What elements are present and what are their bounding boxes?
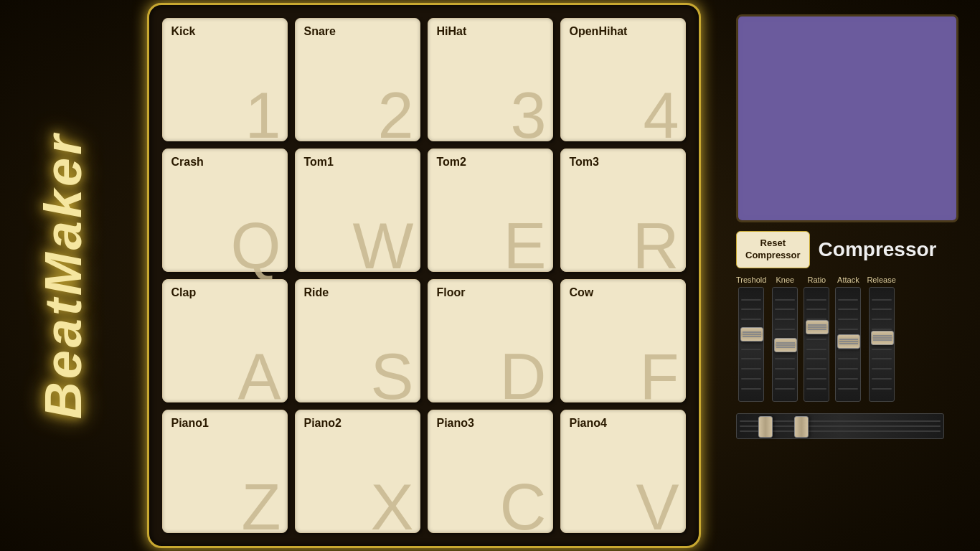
- slider-line-tick: [838, 378, 858, 380]
- slider-line-tick: [741, 299, 761, 301]
- reset-compressor-button[interactable]: ResetCompressor: [736, 231, 810, 268]
- slider-handle-knee[interactable]: [774, 338, 797, 352]
- slider-line-tick: [741, 368, 761, 369]
- slider-line-tick: [838, 309, 858, 310]
- pad-label-cow: Cow: [570, 286, 594, 299]
- slider-line-tick: [872, 378, 892, 380]
- pad-hihat[interactable]: HiHat3: [428, 18, 553, 141]
- slider-line-tick: [806, 368, 826, 369]
- slider-label-ratio: Ratio: [808, 276, 826, 284]
- pad-key-tom3: R: [633, 214, 679, 278]
- app-title: BeatMaker: [34, 132, 93, 419]
- pad-label-openhibat: OpenHihat: [570, 24, 628, 38]
- slider-group-ratio: Ratio: [804, 276, 829, 402]
- slider-line-tick: [806, 309, 826, 310]
- compressor-title: Compressor: [819, 238, 937, 261]
- slider-handle-attack[interactable]: [837, 334, 860, 349]
- pad-label-kick: Kick: [171, 24, 196, 38]
- slider-line-tick: [872, 349, 892, 350]
- pad-tom1[interactable]: Tom1W: [295, 149, 420, 272]
- slider-label-release: Release: [867, 276, 895, 284]
- pad-piano2[interactable]: Piano2X: [295, 410, 420, 533]
- slider-lines-threshold: [739, 288, 763, 401]
- pad-key-tom1: W: [353, 214, 414, 278]
- pad-snare[interactable]: Snare2: [295, 18, 420, 141]
- pad-label-snare: Snare: [304, 24, 336, 38]
- slider-track-attack: [835, 287, 861, 402]
- slider-line-tick: [741, 388, 761, 390]
- slider-line-tick: [775, 299, 795, 301]
- pad-key-snare: 2: [377, 83, 413, 148]
- slider-lines-ratio: [804, 288, 829, 401]
- h-slider-handle-1[interactable]: [758, 416, 773, 438]
- slider-handle-ratio[interactable]: [806, 320, 829, 334]
- pad-key-piano3: C: [500, 475, 547, 540]
- slider-line-tick: [775, 329, 795, 330]
- pad-key-piano2: X: [370, 475, 413, 540]
- pad-label-tom2: Tom2: [437, 155, 466, 169]
- slider-line-tick: [872, 299, 892, 301]
- slider-group-knee: Knee: [772, 276, 798, 402]
- pad-area: Kick1Snare2HiHat3OpenHihat4CrashQTom1WTo…: [118, 7, 729, 544]
- slider-line-tick: [806, 349, 826, 350]
- slider-label-threshold: Treshold: [736, 276, 766, 284]
- slider-line-tick: [838, 329, 858, 330]
- pad-key-cow: F: [640, 344, 679, 409]
- pad-label-piano4: Piano4: [570, 416, 607, 430]
- pad-cow[interactable]: CowF: [560, 279, 686, 402]
- slider-track-release: [869, 287, 895, 402]
- slider-track-threshold: [738, 287, 764, 402]
- slider-line-tick: [775, 358, 795, 359]
- pad-label-ride: Ride: [304, 286, 329, 299]
- right-panel: ResetCompressor Compressor TresholdKneeR…: [729, 7, 973, 544]
- slider-group-attack: Attack: [835, 276, 861, 402]
- pad-tom3[interactable]: Tom3R: [560, 149, 686, 272]
- pad-label-piano1: Piano1: [171, 416, 209, 430]
- pad-key-ride: S: [370, 344, 413, 409]
- bottom-slider-area: [736, 413, 966, 439]
- slider-group-release: Release: [867, 276, 895, 402]
- pad-piano1[interactable]: Piano1Z: [162, 410, 288, 533]
- pad-label-crash: Crash: [171, 155, 204, 169]
- slider-line-tick: [806, 299, 826, 301]
- pad-key-hihat: 3: [510, 83, 546, 148]
- h-slider-handle-2[interactable]: [794, 416, 809, 438]
- slider-line-tick: [741, 319, 761, 320]
- slider-line-tick: [838, 368, 858, 369]
- compressor-section: ResetCompressor Compressor TresholdKneeR…: [736, 231, 966, 402]
- pad-label-hihat: HiHat: [437, 24, 467, 38]
- pad-piano4[interactable]: Piano4V: [560, 410, 686, 533]
- pad-ride[interactable]: RideS: [295, 279, 420, 402]
- pad-clap[interactable]: ClapA: [162, 279, 288, 402]
- slider-line-tick: [741, 358, 761, 359]
- pad-tom2[interactable]: Tom2E: [428, 149, 553, 272]
- slider-line-tick: [838, 349, 858, 350]
- slider-handle-release[interactable]: [871, 331, 894, 345]
- slider-line-tick: [838, 358, 858, 359]
- slider-line-tick: [872, 368, 892, 369]
- slider-line-tick: [775, 319, 795, 320]
- slider-label-attack: Attack: [837, 276, 859, 284]
- pad-key-piano1: Z: [242, 475, 281, 540]
- slider-line-tick: [775, 368, 795, 369]
- slider-track-knee: [772, 287, 798, 402]
- pad-key-piano4: V: [636, 475, 679, 540]
- pad-kick[interactable]: Kick1: [162, 18, 288, 141]
- pad-crash[interactable]: CrashQ: [162, 149, 288, 272]
- compressor-header: ResetCompressor Compressor: [736, 231, 966, 268]
- slider-handle-threshold[interactable]: [740, 327, 763, 342]
- pad-label-tom1: Tom1: [304, 155, 334, 169]
- pad-key-crash: Q: [230, 214, 281, 278]
- slider-line-tick: [806, 358, 826, 359]
- pad-floor[interactable]: FloorD: [428, 279, 553, 402]
- pad-label-tom3: Tom3: [570, 155, 599, 169]
- pad-piano3[interactable]: Piano3C: [428, 410, 553, 533]
- pad-label-piano3: Piano3: [437, 416, 474, 430]
- app-container: BeatMaker Kick1Snare2HiHat3OpenHihat4Cra…: [0, 0, 980, 551]
- slider-line-tick: [838, 388, 858, 390]
- pad-key-floor: D: [500, 344, 547, 409]
- slider-line-tick: [838, 319, 858, 320]
- slider-line-tick: [806, 339, 826, 340]
- slider-line-tick: [775, 378, 795, 380]
- pad-openhibat[interactable]: OpenHihat4: [560, 18, 686, 141]
